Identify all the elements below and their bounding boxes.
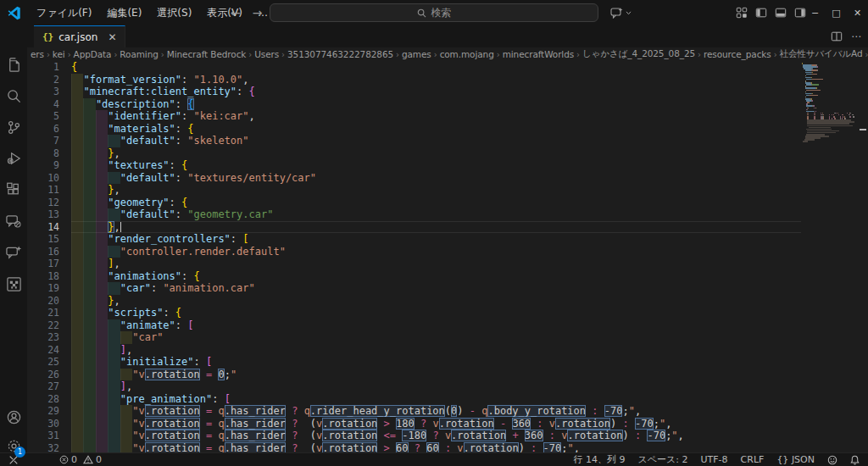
window-maximize-button[interactable]: □ [826,0,847,25]
line-number[interactable]: 29 [27,405,71,418]
line-number[interactable]: 19 [27,282,71,295]
code-editor[interactable]: 1{2"format_version": "1.10.0",3"minecraf… [27,61,868,452]
code-line[interactable]: 9"textures": { [27,159,868,172]
breadcrumb-item[interactable]: minecraftWorlds [503,49,574,59]
line-number[interactable]: 20 [27,295,71,308]
code-line[interactable]: 24], [27,344,868,357]
code-line[interactable]: 31"v.rotation = q.has_rider ? (v.rotatio… [27,430,868,442]
problems-indicator[interactable]: 0 0 [59,454,102,465]
code-line[interactable]: 7"default": "skeleton" [27,135,868,147]
line-number[interactable]: 16 [27,246,71,258]
nav-back-icon[interactable]: ← [231,6,241,19]
line-number[interactable]: 27 [27,380,71,393]
breadcrumb-item[interactable]: Roaming [120,49,158,59]
nav-forward-icon[interactable]: → [253,6,263,19]
window-minimize-button[interactable]: ─ [804,0,826,25]
cursor-position[interactable]: 行 14、列 9 [574,453,626,466]
breadcrumb-item[interactable]: しゃかさば_4_2025_08_25 [582,48,695,60]
code-line[interactable]: 2"format_version": "1.10.0", [27,74,868,86]
code-line[interactable]: 8}, [27,147,868,160]
line-number[interactable]: 24 [27,344,71,357]
line-number[interactable]: 13 [27,208,71,221]
code-line[interactable]: 13"default": "geometry.car" [27,208,868,221]
scrollbar[interactable] [858,61,868,452]
line-number[interactable]: 15 [27,233,71,246]
code-line[interactable]: 18"animations": { [27,270,868,283]
code-line[interactable]: 23"car" [27,331,868,344]
code-line[interactable]: 6"materials": { [27,123,868,136]
line-number[interactable]: 23 [27,331,71,344]
code-line[interactable]: 16"controller.render.default" [27,246,868,258]
line-number[interactable]: 26 [27,369,71,381]
line-number[interactable]: 2 [27,74,71,86]
split-editor-icon[interactable] [831,31,843,42]
line-number[interactable]: 10 [27,172,71,185]
line-number[interactable]: 1 [27,61,71,74]
breadcrumb-item[interactable]: 社会性サバイバルAd [780,48,863,60]
tab-close-icon[interactable]: ✕ [108,31,116,43]
indentation-setting[interactable]: スペース: 2 [638,453,688,466]
code-line[interactable]: 15"render_controllers": [ [27,233,868,246]
line-number[interactable]: 18 [27,270,71,283]
window-close-button[interactable]: ✕ [847,0,868,25]
code-line[interactable]: 12"geometry": { [27,197,868,209]
code-line[interactable]: 30"v.rotation = q.has_rider ? (v.rotatio… [27,418,868,430]
line-number[interactable]: 17 [27,258,71,270]
code-line[interactable]: 14}, [27,221,868,234]
code-line[interactable]: 11}, [27,184,868,197]
line-number[interactable]: 31 [27,430,71,442]
copilot-chat-sidebar-icon[interactable] [0,239,27,266]
minimap[interactable] [802,63,858,198]
extensions-icon[interactable] [0,176,27,203]
line-number[interactable]: 28 [27,393,71,406]
code-line[interactable]: 19"car": "animation.car" [27,282,868,295]
breadcrumb-item[interactable]: AppData [74,49,112,59]
code-line[interactable]: 20}, [27,295,868,308]
line-number[interactable]: 6 [27,123,71,136]
line-number[interactable]: 21 [27,307,71,319]
minecraft-bedrock-icon[interactable] [0,270,27,297]
line-number[interactable]: 30 [27,418,71,430]
breadcrumb-item[interactable]: com.mojang [440,49,494,59]
code-line[interactable]: 29"v.rotation = q.has_rider ? q.rider_he… [27,405,868,418]
toggle-primary-sidebar-icon[interactable] [755,7,767,19]
code-line[interactable]: 4"description": { [27,98,868,111]
breadcrumb-item[interactable]: Minecraft Bedrock [167,49,247,59]
run-debug-icon[interactable] [0,145,27,172]
code-line[interactable]: 26"v.rotation = 0;" [27,369,868,381]
line-number[interactable]: 32 [27,442,71,453]
breadcrumb-item[interactable]: resource_packs [704,49,771,59]
breadcrumb-item[interactable]: 3513077463222782865 [287,49,393,59]
code-line[interactable]: 25"initialize": [ [27,356,868,369]
chat-disabled-icon[interactable] [0,208,27,235]
source-control-icon[interactable] [0,114,27,141]
line-number[interactable]: 4 [27,98,71,111]
code-line[interactable]: 27], [27,380,868,393]
breadcrumb-item[interactable]: Users [254,49,279,59]
eol-setting[interactable]: CRLF [741,454,765,465]
tab-car-json[interactable]: {} car.json ✕ [34,25,125,47]
breadcrumb-item[interactable]: ers [31,49,44,59]
code-line[interactable]: 10"default": "textures/entity/car" [27,172,868,185]
explorer-icon[interactable] [0,51,27,78]
customize-layout-icon[interactable] [736,7,748,19]
line-number[interactable]: 22 [27,319,71,332]
code-line[interactable]: 17], [27,258,868,270]
line-number[interactable]: 5 [27,110,71,123]
notifications-bell-icon[interactable] [850,455,860,465]
code-line[interactable]: 1{ [27,61,868,74]
code-line[interactable]: 3"minecraft:client_entity": { [27,86,868,98]
search-input[interactable]: 検索 [270,3,598,22]
breadcrumb-item[interactable]: kei [53,49,65,59]
line-number[interactable]: 3 [27,86,71,98]
code-line[interactable]: 32"v.rotation = q.has_rider ? (v.rotatio… [27,442,868,453]
line-number[interactable]: 25 [27,356,71,369]
toggle-panel-icon[interactable] [775,7,787,19]
line-number[interactable]: 11 [27,184,71,197]
code-line[interactable]: 22"animate": [ [27,319,868,332]
line-number[interactable]: 14 [27,221,71,234]
line-number[interactable]: 7 [27,135,71,147]
search-sidebar-icon[interactable] [0,82,27,109]
editor-more-actions-icon[interactable]: ⋯ [851,31,861,42]
menu-file[interactable]: ファイル(F) [29,0,99,25]
